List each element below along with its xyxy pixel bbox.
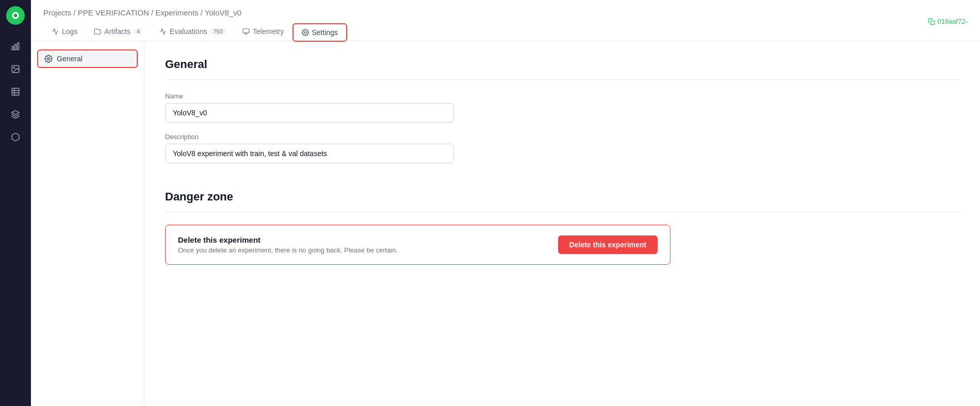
main-area: Projects / PPE VERIFICATION / Experiment… [31, 0, 980, 406]
monitor-icon [242, 28, 250, 35]
content-area: General General Name Description Danger … [31, 41, 980, 406]
general-gear-icon [44, 55, 53, 63]
description-input[interactable] [165, 144, 454, 163]
box-icon [11, 132, 20, 142]
svg-marker-11 [12, 111, 20, 115]
gear-icon [302, 29, 309, 36]
settings-main-content: General Name Description Danger zone Del… [144, 41, 980, 406]
tab-artifacts-label: Artifacts [104, 27, 130, 36]
logo-icon [10, 10, 21, 21]
danger-divider [165, 212, 959, 212]
description-label: Description [165, 133, 959, 141]
tab-telemetry-label: Telemetry [253, 27, 284, 36]
activity-icon [159, 28, 167, 35]
sidebar-item-chart[interactable] [6, 37, 25, 56]
general-nav-label: General [57, 55, 83, 63]
danger-zone-box: Delete this experiment Once you delete a… [165, 225, 671, 265]
tab-settings[interactable]: Settings [292, 23, 348, 42]
page-header: Projects / PPE VERIFICATION / Experiment… [31, 0, 980, 41]
image-icon [11, 64, 20, 74]
general-section-title: General [165, 58, 959, 71]
danger-box-text: Delete this experiment Once you delete a… [178, 235, 398, 254]
settings-sidebar: General [31, 41, 144, 406]
svg-rect-12 [243, 29, 249, 33]
sidebar-item-table[interactable] [6, 82, 25, 101]
sidebar-item-image[interactable] [6, 60, 25, 78]
settings-nav-general[interactable]: General [37, 49, 138, 68]
bar-chart-icon [11, 42, 20, 51]
svg-rect-3 [15, 44, 17, 50]
tab-settings-label: Settings [312, 28, 338, 37]
breadcrumb-text: Projects / PPE VERIFICATION / Experiment… [43, 8, 241, 17]
svg-rect-7 [12, 88, 19, 95]
chart-line-icon [52, 28, 59, 35]
app-logo [6, 6, 25, 25]
sidebar-item-layers[interactable] [6, 105, 25, 124]
tab-evaluations[interactable]: Evaluations 750 [151, 23, 234, 41]
general-divider [165, 79, 959, 80]
tab-artifacts[interactable]: Artifacts 4 [86, 23, 151, 41]
svg-point-1 [14, 14, 18, 18]
artifacts-badge: 4 [134, 28, 143, 35]
tab-evaluations-label: Evaluations [170, 27, 207, 36]
app-sidebar [0, 0, 31, 406]
delete-experiment-description: Once you delete an experiment, there is … [178, 246, 398, 254]
folder-icon [94, 28, 101, 35]
svg-point-6 [13, 67, 14, 68]
svg-point-15 [304, 31, 306, 33]
delete-experiment-button[interactable]: Delete this experiment [558, 235, 658, 254]
tab-telemetry[interactable]: Telemetry [234, 23, 292, 41]
breadcrumb: Projects / PPE VERIFICATION / Experiment… [43, 8, 347, 17]
svg-rect-16 [931, 21, 935, 25]
svg-point-17 [47, 58, 50, 60]
name-input[interactable] [165, 103, 454, 123]
evaluations-badge: 750 [210, 28, 225, 35]
svg-rect-4 [18, 43, 19, 50]
tab-logs[interactable]: Logs [43, 23, 86, 41]
sidebar-item-box[interactable] [6, 128, 25, 146]
danger-zone-title: Danger zone [165, 190, 959, 204]
commit-id-text: 018aaf72- [937, 18, 968, 25]
commit-id: 018aaf72- [928, 18, 968, 25]
name-label: Name [165, 92, 959, 100]
delete-experiment-title: Delete this experiment [178, 235, 398, 244]
layers-icon [11, 110, 20, 119]
tab-logs-label: Logs [62, 27, 77, 36]
tab-bar: Logs Artifacts 4 Evaluations 750 [43, 23, 347, 41]
table-icon [11, 87, 20, 96]
svg-rect-2 [12, 46, 13, 50]
copy-icon [928, 18, 935, 25]
